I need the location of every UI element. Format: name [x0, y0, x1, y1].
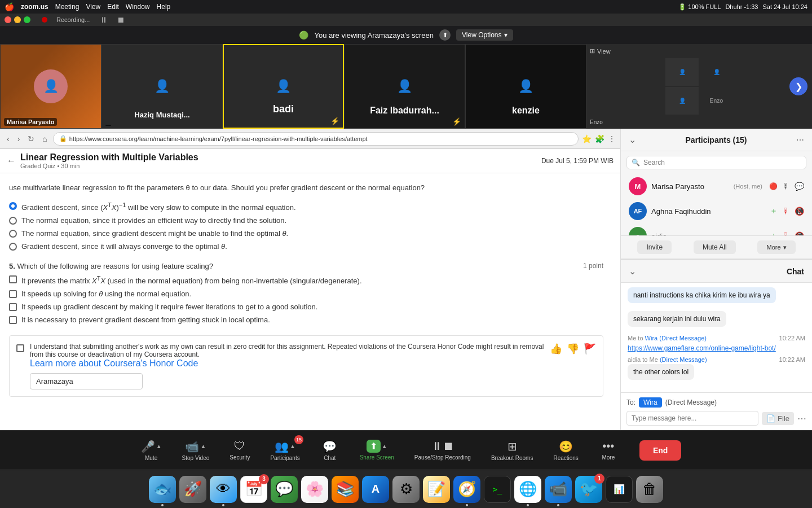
breadcrumb-back-icon[interactable]: ← — [7, 156, 16, 166]
q5-option-1[interactable]: It prevents the matrix XTX (used in the … — [9, 275, 603, 285]
dock-photos[interactable]: 🌸 — [301, 476, 328, 503]
apple-menu[interactable]: 🍎 — [5, 2, 14, 11]
q4-option-3[interactable]: The normal equation, since gradient desc… — [9, 229, 603, 238]
dock-books[interactable]: 📚 — [332, 476, 359, 503]
q4-radio-2[interactable] — [9, 217, 17, 225]
close-window-button[interactable] — [5, 16, 11, 23]
menu-help[interactable]: Help — [157, 3, 171, 11]
participant-thumb-haziq[interactable]: 👤 Haziq Mustaqi... — [102, 44, 223, 129]
participant-thumb-kenzie[interactable]: 👤 kenzie — [465, 44, 586, 129]
dock-zoom[interactable]: 📹 — [545, 476, 572, 503]
participants-more-icon[interactable]: ⋯ — [796, 135, 804, 144]
browser-url-bar[interactable]: 🔒 https://www.coursera.org/learn/machine… — [53, 132, 579, 146]
chat-text-input[interactable] — [626, 411, 758, 426]
security-button[interactable]: 🛡 Security — [219, 436, 260, 464]
dock-messages[interactable]: 💬 — [271, 476, 298, 503]
stop-recording-btn[interactable]: ⏹ — [117, 15, 125, 24]
chat-file-button[interactable]: 📄 File — [762, 412, 794, 425]
menu-meeting[interactable]: Meeting — [55, 3, 80, 11]
honor-code-checkbox[interactable] — [16, 344, 24, 352]
chat-more-button[interactable]: ⋯ — [797, 413, 806, 424]
video-chevron[interactable]: ▲ — [200, 443, 206, 449]
dock-launchpad[interactable]: 🚀 — [179, 476, 206, 503]
extensions-icon[interactable]: 🧩 — [595, 134, 604, 143]
browser-back-button[interactable]: ‹ — [5, 133, 12, 144]
mute-button[interactable]: 🎤 ▲ Mute — [131, 436, 172, 465]
q5-checkbox-2[interactable] — [9, 290, 17, 298]
dock-terminal[interactable]: >_ — [484, 476, 511, 503]
browser-home-button[interactable]: ⌂ — [40, 133, 49, 144]
dock-safari[interactable]: 🧭 — [453, 476, 480, 503]
pause-recording-toolbar-button[interactable]: ⏸⏹ Pause/Stop Recording — [404, 436, 481, 464]
mute-all-button[interactable]: Mute All — [694, 240, 736, 254]
q5-checkbox-3[interactable] — [9, 303, 17, 311]
honor-code-name-input[interactable] — [30, 373, 143, 389]
q4-radio-1[interactable] — [9, 202, 17, 210]
pause-recording-btn[interactable]: ⏸ — [100, 15, 108, 24]
stop-video-button[interactable]: 📹 ▲ Stop Video — [172, 436, 220, 465]
dock-trash[interactable]: 🗑 — [636, 476, 663, 503]
dock-tweetbot[interactable]: 🐦 1 — [575, 476, 602, 503]
bookmark-icon[interactable]: ⭐ — [582, 134, 592, 143]
flag-icon[interactable]: 🚩 — [584, 343, 596, 355]
chat-toolbar-button[interactable]: 💬 Chat — [310, 436, 350, 465]
dock-systemprefs[interactable]: ⚙ — [392, 476, 420, 503]
q4-radio-4[interactable] — [9, 243, 17, 251]
participant-row-aghna[interactable]: AF Aghna Faqihuddin ＋ 🎙 📵 — [624, 199, 809, 224]
honor-code-link[interactable]: Learn more about Coursera's Honor Code — [30, 358, 198, 368]
dock-istatmenus[interactable]: 📊 — [606, 476, 633, 503]
end-meeting-button[interactable]: End — [639, 440, 681, 461]
add-icon-aghna[interactable]: ＋ — [770, 206, 778, 216]
dock-preview[interactable]: 👁 — [210, 476, 237, 503]
add-icon-aidia[interactable]: ＋ — [770, 231, 778, 235]
q5-checkbox-1[interactable] — [9, 275, 17, 283]
dock-finder[interactable]: 🐟 — [149, 476, 176, 503]
menu-edit[interactable]: Edit — [107, 3, 119, 11]
q5-option-4[interactable]: It is necessary to prevent gradient desc… — [9, 316, 603, 324]
thumbs-down-icon[interactable]: 👎 — [567, 343, 579, 355]
more-participants-tile[interactable]: ⊞ View 👤 👤 👤 Enzo Enzo ❯ — [586, 44, 812, 129]
participants-button[interactable]: 👥 15 ▲ Participants — [260, 436, 310, 465]
more-toolbar-button[interactable]: ••• More — [589, 436, 628, 464]
thumbs-up-icon[interactable]: 👍 — [550, 343, 562, 355]
participants-chevron[interactable]: ▲ — [290, 443, 295, 449]
q4-option-4[interactable]: Gradient descent, since it will always c… — [9, 242, 603, 251]
upload-icon[interactable]: ⬆ — [439, 29, 451, 41]
dock-calendar[interactable]: 📅 3 — [240, 476, 267, 503]
menu-view[interactable]: View — [86, 3, 100, 11]
q4-option-1[interactable]: Gradient descent, since (XTX)−1 will be … — [9, 202, 603, 212]
mute-chevron[interactable]: ▲ — [156, 443, 162, 449]
reactions-button[interactable]: 😊 Reactions — [543, 436, 588, 465]
browser-forward-button[interactable]: › — [15, 133, 23, 144]
chat-collapse-icon[interactable]: ⌄ — [629, 266, 636, 277]
q4-radio-3[interactable] — [9, 230, 17, 238]
minimize-window-button[interactable] — [14, 16, 21, 23]
share-screen-button[interactable]: ⬆ ▲ Share Screen — [350, 436, 404, 464]
chat-recipient-button[interactable]: Wira — [639, 397, 662, 408]
fullscreen-window-button[interactable] — [24, 16, 30, 23]
chat-link-gameflare[interactable]: https://www.gameflare.com/online-game/li… — [628, 344, 776, 352]
quiz-content[interactable]: use multivariate linear regression to fi… — [0, 173, 620, 430]
invite-button[interactable]: Invite — [637, 240, 672, 254]
app-name[interactable]: zoom.us — [21, 3, 48, 11]
q5-option-3[interactable]: It speeds up gradient descent by making … — [9, 303, 603, 311]
q4-option-2[interactable]: The normal equation, since it provides a… — [9, 216, 603, 225]
share-chevron[interactable]: ▲ — [382, 443, 387, 449]
browser-refresh-button[interactable]: ↻ — [25, 133, 37, 144]
menu-window[interactable]: Window — [126, 3, 150, 11]
view-options-button[interactable]: View Options ▾ — [456, 29, 513, 41]
search-input[interactable] — [643, 159, 801, 167]
q5-checkbox-4[interactable] — [9, 316, 17, 324]
more-participants-button[interactable]: More ▾ — [757, 240, 795, 254]
participant-row-aidia[interactable]: a aidia ＋ 🎙 📵 — [624, 224, 809, 235]
dock-chrome[interactable]: 🌐 — [514, 476, 541, 503]
view-button[interactable]: ⊞ View — [590, 47, 611, 55]
participants-collapse-icon[interactable]: ⌄ — [629, 134, 636, 145]
participant-thumb-faiz[interactable]: 👤 Faiz Ibadurrah... ⚡ — [344, 44, 465, 129]
participant-thumb-badi[interactable]: 👤 badi ⚡ — [223, 44, 344, 129]
next-participants-button[interactable]: ❯ — [789, 77, 807, 95]
dock-notes[interactable]: 📝 — [423, 476, 450, 503]
participant-thumb-marisa[interactable]: 👤 Marisa Paryasto — [0, 44, 102, 129]
breakout-rooms-button[interactable]: ⊞ Breakout Rooms — [481, 436, 543, 465]
dock-appstore[interactable]: A — [362, 476, 389, 503]
